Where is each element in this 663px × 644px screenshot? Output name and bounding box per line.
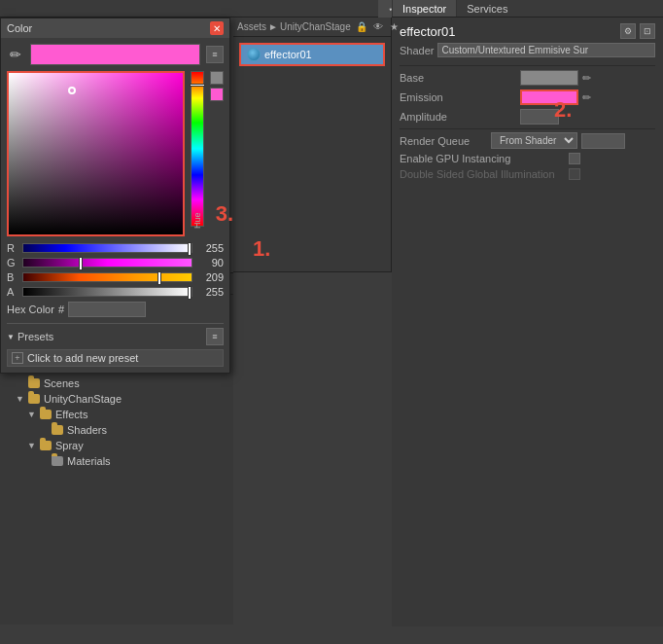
- shaders-label: Shaders: [67, 424, 107, 436]
- g-slider-row: G 90: [7, 257, 224, 268]
- swatch-option-2[interactable]: [210, 88, 224, 101]
- asset-browser-bar: Assets ► UnityChanStage 🔒 👁 ★: [233, 18, 391, 37]
- base-label: Base: [400, 72, 516, 84]
- r-slider-thumb: [188, 242, 192, 256]
- shader-dropdown[interactable]: Custom/Untextured Emmisive Sur: [437, 43, 655, 57]
- tab-services[interactable]: Services: [457, 0, 517, 17]
- separator-2: [400, 128, 655, 129]
- spray-label: Spray: [55, 440, 84, 451]
- a-slider-track[interactable]: [22, 287, 192, 297]
- hue-slider[interactable]: [191, 71, 204, 227]
- saturation-value-box[interactable]: [7, 71, 185, 236]
- add-preset-icon: +: [12, 352, 23, 364]
- settings-icon[interactable]: ⚙: [620, 23, 636, 39]
- a-slider-row: A 255: [7, 286, 224, 298]
- b-slider-thumb: [157, 271, 161, 285]
- object-name-row: effector01 ⚙ ⊡: [400, 23, 655, 39]
- g-slider-track[interactable]: [22, 258, 192, 268]
- eye-icon[interactable]: 👁: [371, 20, 385, 34]
- render-queue-row: Render Queue From Shader 2000: [400, 132, 655, 149]
- base-row: Base ✏: [400, 70, 655, 86]
- r-label: R: [7, 242, 18, 254]
- eyedropper-icon[interactable]: ✏: [7, 46, 24, 63]
- b-value: 209: [196, 271, 224, 283]
- double-sided-label: Double Sided Global Illumination: [400, 168, 565, 180]
- color-content: ✏ ≡ Hue: [1, 38, 229, 373]
- asset-browser-panel: Assets ► UnityChanStage 🔒 👁 ★ effector01…: [233, 18, 392, 272]
- presets-section: ▼ Presets ≡ + Click to add new preset: [7, 323, 224, 367]
- shaders-folder-icon: [51, 423, 64, 437]
- spray-arrow: ▼: [27, 441, 39, 450]
- unitychanstage-arrow: ▼: [16, 394, 27, 404]
- a-value: 255: [196, 286, 224, 298]
- emission-label: Emission: [400, 91, 516, 103]
- gpu-instancing-checkbox[interactable]: [569, 153, 580, 164]
- tree-item-effects[interactable]: ▼ Effects: [0, 407, 233, 422]
- render-queue-value[interactable]: 2000: [581, 133, 625, 149]
- hue-marker: [190, 84, 205, 87]
- shader-label: Shader: [400, 45, 434, 56]
- hex-row: Hex Color # FF5AD1FF: [7, 302, 224, 317]
- color-window-titlebar: Color ✕: [1, 18, 229, 38]
- amplitude-row: Amplitude 3: [400, 109, 655, 125]
- hue-slider-container: Hue: [189, 71, 206, 236]
- tab-inspector[interactable]: Inspector: [392, 0, 457, 17]
- hex-label: Hex Color: [7, 304, 54, 315]
- add-preset-button[interactable]: + Click to add new preset: [7, 349, 224, 367]
- sv-cursor: [68, 87, 76, 94]
- b-slider-track[interactable]: [22, 272, 192, 282]
- g-label: G: [7, 257, 18, 268]
- g-value: 90: [196, 257, 224, 268]
- inspector-panel: Inspector Services effector01 ⚙ ⊡ Shader…: [392, 0, 663, 626]
- materials-folder-icon: [51, 454, 64, 468]
- tree-item-unitychanstage[interactable]: ▼ UnityChanStage: [0, 391, 233, 407]
- asset-sphere-icon: [247, 48, 261, 61]
- render-queue-dropdown[interactable]: From Shader: [491, 132, 577, 149]
- color-picker-window: Color ✕ ✏ ≡ Hue: [0, 18, 230, 374]
- amplitude-label: Amplitude: [400, 111, 516, 123]
- base-pencil-icon[interactable]: ✏: [582, 72, 591, 85]
- step-number-2: 2.: [554, 97, 572, 123]
- effects-arrow: ▼: [27, 410, 39, 419]
- amplitude-input[interactable]: 3: [520, 109, 559, 125]
- swatch-options-icon[interactable]: ≡: [206, 46, 224, 63]
- render-queue-label: Render Queue: [400, 135, 487, 147]
- tree-item-materials[interactable]: Materials: [0, 453, 233, 469]
- double-sided-row: Double Sided Global Illumination: [400, 168, 655, 180]
- spray-folder-icon: [39, 439, 52, 452]
- select-icon[interactable]: ⊡: [640, 23, 655, 39]
- lock-icon[interactable]: 🔒: [355, 20, 368, 34]
- tree-item-spray[interactable]: ▼ Spray: [0, 438, 233, 453]
- inspector-content: effector01 ⚙ ⊡ Shader Custom/Untextured …: [392, 18, 663, 190]
- slider-section: R 255 G 90 B 209: [7, 242, 224, 298]
- presets-options-icon[interactable]: ≡: [206, 328, 224, 345]
- swatch-option-1[interactable]: [210, 71, 224, 85]
- b-label: B: [7, 271, 18, 283]
- asset-item-label: effector01: [264, 49, 312, 60]
- b-slider-row: B 209: [7, 271, 224, 283]
- asset-bar-icons: 🔒 👁 ★: [355, 20, 401, 34]
- base-swatch[interactable]: [520, 70, 578, 86]
- gpu-instancing-row: Enable GPU Instancing: [400, 153, 655, 164]
- double-sided-checkbox[interactable]: [569, 168, 580, 180]
- tree-item-scenes[interactable]: Scenes: [0, 376, 233, 391]
- hex-input[interactable]: FF5AD1FF: [68, 302, 146, 317]
- emission-pencil-icon[interactable]: ✏: [582, 91, 591, 104]
- step-number-3: 3.: [216, 201, 233, 227]
- effects-folder-icon: [39, 408, 52, 421]
- a-slider-thumb: [188, 286, 192, 300]
- unitychanstage-label: UnityChanStage: [44, 393, 122, 405]
- inspector-tab-bar: Inspector Services: [392, 0, 663, 18]
- main-color-swatch[interactable]: [30, 44, 200, 65]
- hex-hash: #: [58, 304, 64, 315]
- presets-triangle: ▼: [7, 333, 15, 341]
- emission-row: Emission ✏: [400, 89, 655, 105]
- r-slider-track[interactable]: [22, 243, 192, 253]
- a-label: A: [7, 286, 18, 298]
- color-window-close-button[interactable]: ✕: [210, 21, 224, 35]
- scenes-folder-icon: [27, 376, 41, 390]
- asset-selected-item[interactable]: effector01: [239, 43, 385, 66]
- gpu-instancing-label: Enable GPU Instancing: [400, 153, 565, 164]
- tree-item-shaders[interactable]: Shaders: [0, 422, 233, 438]
- star-icon[interactable]: ★: [388, 20, 401, 34]
